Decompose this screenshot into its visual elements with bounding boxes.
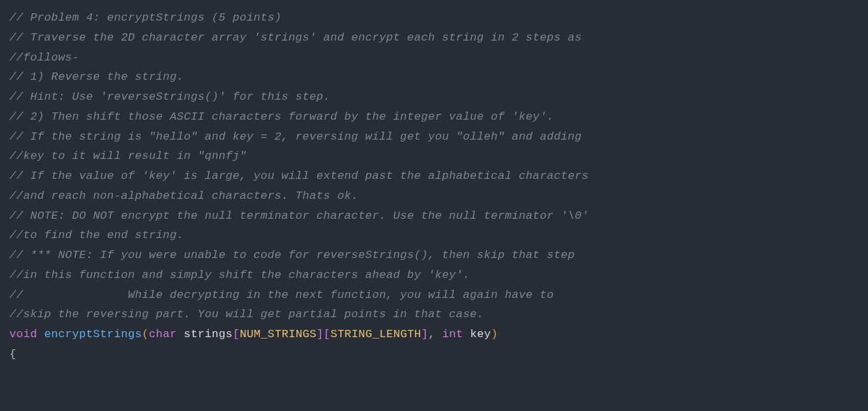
code-line-12: //to find the end string. [9,225,859,245]
open-bracket: [ [233,328,240,341]
comment-text: // If the string is "hello" and key = 2,… [9,130,582,143]
constant-num-strings: NUM_STRINGS [240,328,317,341]
close-bracket: ] [316,328,324,341]
comment-text: // 2) Then shift those ASCII characters … [9,110,554,123]
comment-text: // Traverse the 2D character array 'stri… [9,31,582,44]
function-name: encryptStrings [45,328,142,341]
comment-text: // Hint: Use 'reverseStrings()' for this… [9,90,330,103]
code-line-5: // Hint: Use 'reverseStrings()' for this… [9,87,859,107]
comment-text: // NOTE: DO NOT encrypt the null termina… [9,209,589,222]
comma: , [428,328,442,341]
close-bracket: ] [421,328,429,341]
code-line-3: //follows- [9,48,859,68]
keyword-void: void [9,328,37,341]
code-line-8: //key to it will result in "qnnfj" [9,146,859,166]
code-line-7: // If the string is "hello" and key = 2,… [9,127,859,147]
comment-text: //skip the reversing part. You will get … [9,308,484,321]
comment-text: // 1) Reverse the string. [9,70,184,83]
constant-string-length: STRING_LENGTH [330,328,421,341]
open-bracket: [ [324,328,331,341]
code-line-11: // NOTE: DO NOT encrypt the null termina… [9,206,859,226]
code-line-1: // Problem 4: encryptStrings (5 points) [9,8,859,28]
comment-text: //to find the end string. [9,229,184,241]
space [177,328,184,341]
keyword-char: char [149,328,177,341]
code-editor[interactable]: // Problem 4: encryptStrings (5 points) … [9,8,859,364]
open-paren: ( [142,328,150,341]
space [37,328,45,341]
comment-text: // If the value of 'key' is large, you w… [9,170,589,182]
comment-text: //and reach non-alphabetical characters.… [9,190,358,202]
comment-text: //key to it will result in "qnnfj" [9,150,247,162]
code-line-4: // 1) Reverse the string. [9,67,859,87]
code-line-15: // While decrypting in the next function… [9,285,859,305]
close-paren: ) [491,328,498,341]
code-line-9: // If the value of 'key' is large, you w… [9,166,859,186]
param-key: key [470,328,491,341]
code-line-10: //and reach non-alphabetical characters.… [9,186,859,206]
comment-text: // Problem 4: encryptStrings (5 points) [9,11,282,24]
code-line-14: //in this function and simply shift the … [9,265,859,285]
code-line-signature: void encryptStrings(char strings[NUM_STR… [9,325,859,344]
code-line-6: // 2) Then shift those ASCII characters … [9,107,859,127]
code-line-16: //skip the reversing part. You will get … [9,305,859,325]
space [463,328,471,341]
param-strings: strings [184,328,233,341]
comment-text: //follows- [9,51,79,64]
keyword-int: int [442,328,463,341]
code-line-brace: { [9,344,859,364]
comment-text: //in this function and simply shift the … [9,269,470,281]
comment-text: // While decrypting in the next function… [9,289,554,301]
code-line-2: // Traverse the 2D character array 'stri… [9,28,859,48]
code-line-13: // *** NOTE: If you were unable to code … [9,245,859,265]
comment-text: // *** NOTE: If you were unable to code … [9,249,575,261]
open-brace: { [9,348,17,360]
